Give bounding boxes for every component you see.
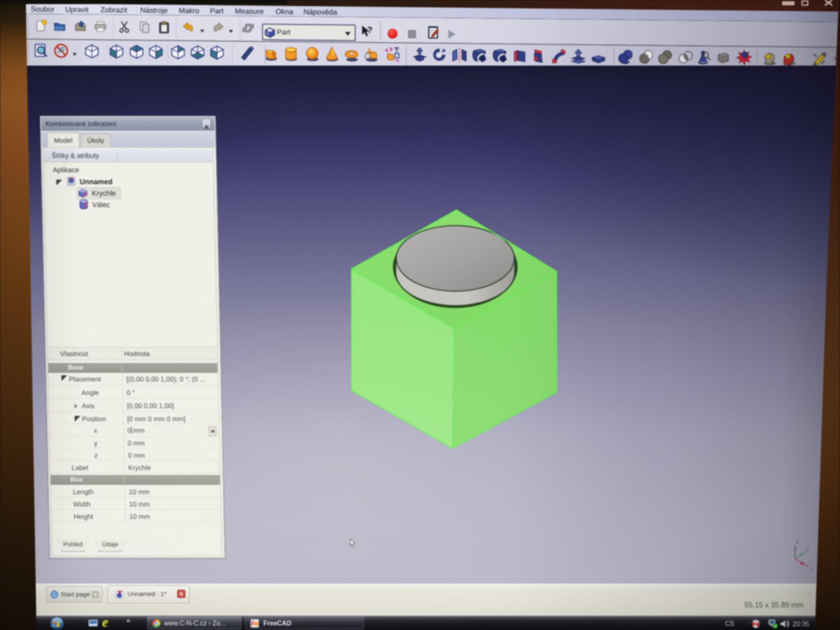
svg-text:z: z <box>796 539 799 545</box>
svg-text:y: y <box>806 545 809 551</box>
svg-text:x: x <box>810 566 813 572</box>
svg-text:?: ? <box>367 25 372 35</box>
